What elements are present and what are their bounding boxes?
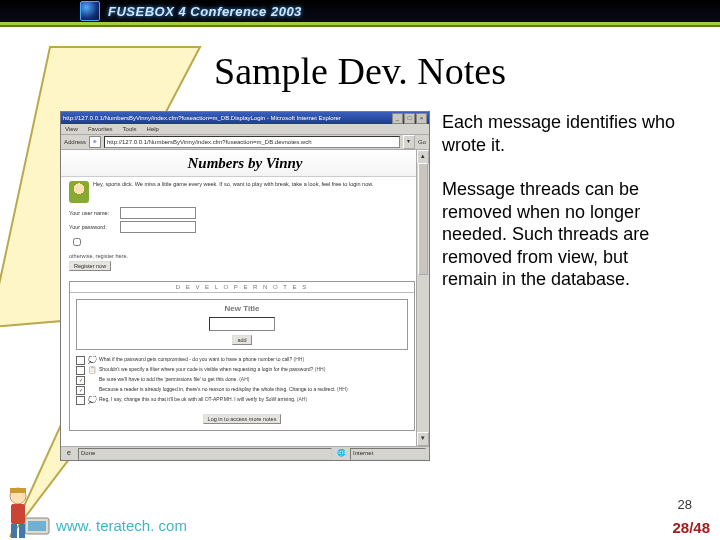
conference-banner: FUSEBOX 4 Conference 2003 xyxy=(0,0,720,22)
page-header: Numbers by Vinny xyxy=(61,150,429,177)
ie-icon: e xyxy=(89,136,101,148)
bubble-icon: 💭 xyxy=(88,396,96,404)
devnote-row: 💭What if the password gets compromised -… xyxy=(76,356,408,365)
address-label: Address xyxy=(64,139,86,145)
status-bar: e Done 🌐 Internet xyxy=(61,446,429,460)
explain-p2: Message threads can be removed when no l… xyxy=(442,178,696,291)
address-dropdown-icon[interactable]: ▾ xyxy=(403,135,415,149)
window-titlebar: http://127.0.0.1/NumbersByVinny/index.cf… xyxy=(61,112,429,124)
page-title: Numbers by Vinny xyxy=(187,155,302,172)
vinny-avatar-icon xyxy=(69,181,89,203)
bubble-icon: 💭 xyxy=(88,356,96,364)
note-checkbox[interactable]: ✓ xyxy=(76,386,85,395)
devnotes-login-button[interactable]: Log in to access more notes xyxy=(203,414,282,424)
new-thread-box: New Title add xyxy=(76,299,408,350)
note-checkbox[interactable] xyxy=(76,366,85,375)
blank-icon xyxy=(88,386,96,394)
svg-rect-7 xyxy=(19,524,25,538)
password-label: Your password: xyxy=(69,224,117,230)
menu-tools[interactable]: Tools xyxy=(123,126,137,132)
svg-rect-4 xyxy=(10,488,26,493)
mascot-icon xyxy=(2,480,52,540)
note-checkbox[interactable]: ✓ xyxy=(76,376,85,385)
scroll-thumb[interactable] xyxy=(418,163,428,275)
menu-help[interactable]: Help xyxy=(147,126,159,132)
devnote-row: 💭Reg, I say, change this so that it'll b… xyxy=(76,396,408,405)
close-icon[interactable]: × xyxy=(416,113,427,124)
devnote-row: 📋Shouldn't we specify a filter where you… xyxy=(76,366,408,375)
footer-url[interactable]: www. teratech. com xyxy=(56,517,187,534)
status-text: Done xyxy=(78,448,332,460)
remember-checkbox[interactable] xyxy=(73,238,81,246)
globe-icon: 🌐 xyxy=(336,449,346,459)
scroll-up-icon[interactable]: ▴ xyxy=(417,150,429,164)
slide-title: Sample Dev. Notes xyxy=(0,49,720,93)
explain-p1: Each message identifies who wrote it. xyxy=(442,111,696,156)
devnotes-list: 💭What if the password gets compromised -… xyxy=(70,356,414,410)
maximize-icon[interactable]: □ xyxy=(404,113,415,124)
register-button[interactable]: Register now xyxy=(69,261,111,271)
fusebox-logo-icon xyxy=(80,1,100,21)
window-title: http://127.0.0.1/NumbersByVinny/index.cf… xyxy=(63,115,341,121)
status-zone: Internet xyxy=(350,448,426,460)
svg-rect-6 xyxy=(11,524,17,538)
menu-favorites[interactable]: Favorites xyxy=(88,126,113,132)
blank-icon xyxy=(88,376,96,384)
note-checkbox[interactable] xyxy=(76,356,85,365)
username-label: Your user name: xyxy=(69,210,117,216)
password-field[interactable] xyxy=(120,221,196,233)
register-hint: otherwise, register here. xyxy=(69,253,429,259)
browser-window: http://127.0.0.1/NumbersByVinny/index.cf… xyxy=(60,111,430,461)
scroll-down-icon[interactable]: ▾ xyxy=(417,432,429,446)
ie-status-icon: e xyxy=(64,449,74,459)
page-viewport: ▴ ▾ Numbers by Vinny Hey, sports dick. W… xyxy=(61,150,429,446)
address-bar: Address e http://127.0.0.1/NumbersByVinn… xyxy=(61,135,429,150)
svg-rect-5 xyxy=(11,504,25,524)
new-thread-input[interactable] xyxy=(209,317,275,331)
slide-counter: 28/48 xyxy=(672,519,710,536)
login-form: Your user name: Your password: otherwise… xyxy=(61,205,429,271)
intro-text: Hey, sports dick. We miss a little game … xyxy=(93,181,373,203)
clipboard-icon: 📋 xyxy=(88,366,96,374)
username-field[interactable] xyxy=(120,207,196,219)
svg-rect-2 xyxy=(28,521,46,531)
add-thread-button[interactable]: add xyxy=(232,335,251,345)
menu-bar: View Favorites Tools Help xyxy=(61,124,429,135)
menu-view[interactable]: View xyxy=(65,126,78,132)
url-field[interactable]: http://127.0.0.1/NumbersByVinny/index.cf… xyxy=(104,136,400,148)
note-checkbox[interactable] xyxy=(76,396,85,405)
vertical-scrollbar[interactable]: ▴ ▾ xyxy=(416,150,429,446)
page-number: 28 xyxy=(678,497,692,512)
devnotes-panel: D E V E L O P E R N O T E S New Title ad… xyxy=(69,281,415,431)
minimize-icon[interactable]: _ xyxy=(392,113,403,124)
banner-text: FUSEBOX 4 Conference 2003 xyxy=(108,5,302,18)
devnote-row: ✓Be sure we'll have to add the 'permissi… xyxy=(76,376,408,385)
new-thread-title: New Title xyxy=(81,304,403,313)
devnotes-title: D E V E L O P E R N O T E S xyxy=(70,282,414,293)
explanation-text: Each message identifies who wrote it. Me… xyxy=(442,111,696,313)
go-button[interactable]: Go xyxy=(418,139,426,145)
devnote-row: ✓Because a reader is already logged in, … xyxy=(76,386,408,395)
